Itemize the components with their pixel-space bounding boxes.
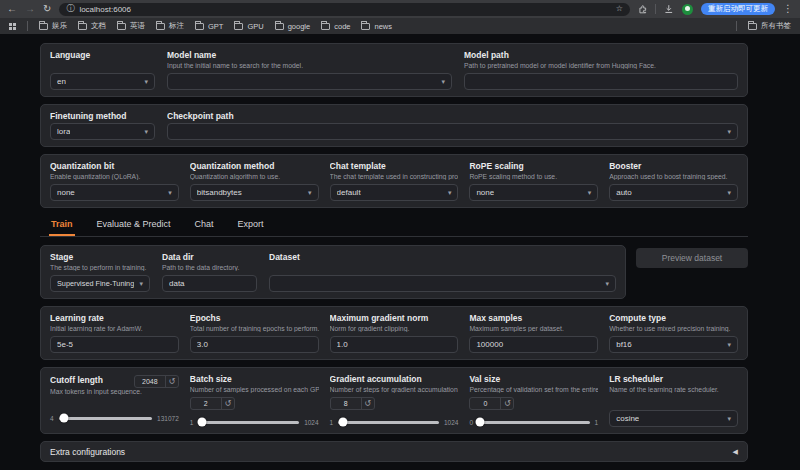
language-dropdown[interactable]: en ▾ xyxy=(50,73,155,90)
bookmark-folder[interactable]: google xyxy=(275,22,311,31)
batch-size-slider[interactable] xyxy=(198,421,299,424)
batch-size-label: Batch size xyxy=(190,374,319,384)
batch-size-info: Number of samples processed on each GPU. xyxy=(190,386,319,393)
reload-icon[interactable]: ↻ xyxy=(43,4,51,14)
data-dir-input[interactable] xyxy=(162,275,257,292)
reset-icon[interactable]: ↺ xyxy=(165,376,178,387)
slider-max-label: 1024 xyxy=(444,419,458,426)
max-grad-norm-input[interactable] xyxy=(330,336,459,353)
chat-template-label: Chat template xyxy=(330,161,459,171)
compute-type-dropdown[interactable]: bf16 ▾ xyxy=(609,336,738,353)
slider-max-label: 131072 xyxy=(157,415,179,422)
model-panel: Language en ▾ Model name Input the initi… xyxy=(40,43,748,97)
quantization-method-dropdown[interactable]: bitsandbytes ▾ xyxy=(190,184,319,201)
all-bookmarks[interactable]: 所有书签 xyxy=(748,21,791,31)
lr-scheduler-dropdown[interactable]: cosine ▾ xyxy=(609,410,738,427)
chevron-down-icon: ▾ xyxy=(144,128,148,136)
batch-size-value: 2 xyxy=(191,400,221,407)
slider-thumb[interactable] xyxy=(198,418,207,427)
tab-evaluate-predict[interactable]: Evaluate & Predict xyxy=(95,215,173,236)
hyperparams-panel: Learning rate Initial learning rate for … xyxy=(40,306,748,360)
chat-template-dropdown[interactable]: default ▾ xyxy=(330,184,459,201)
reset-icon[interactable]: ↺ xyxy=(500,398,513,409)
dataset-dropdown[interactable]: ▾ xyxy=(269,275,616,292)
lr-scheduler-field: LR scheduler Name of the learning rate s… xyxy=(609,374,738,427)
model-name-dropdown[interactable]: ▾ xyxy=(167,73,452,90)
quantization-method-label: Quantization method xyxy=(190,161,319,171)
restart-to-update-button[interactable]: 重新启动即可更新 xyxy=(701,3,775,15)
dataset-label: Dataset xyxy=(269,252,616,262)
bookmark-folder[interactable]: code xyxy=(321,22,350,31)
bookmark-label: 娱乐 xyxy=(52,21,67,31)
slider-min-label: 4 xyxy=(50,415,54,422)
learning-rate-input[interactable] xyxy=(50,336,179,353)
booster-dropdown[interactable]: auto ▾ xyxy=(609,184,738,201)
reset-icon[interactable]: ↺ xyxy=(221,398,234,409)
epochs-field: Epochs Total number of training epochs t… xyxy=(190,313,319,353)
model-path-input[interactable] xyxy=(464,73,738,90)
slider-thumb[interactable] xyxy=(339,418,348,427)
folder-icon xyxy=(748,23,757,30)
grad-accum-slider[interactable] xyxy=(338,421,439,424)
site-info-icon[interactable]: ⓘ xyxy=(66,5,74,13)
extensions-icon[interactable] xyxy=(638,4,648,14)
back-icon[interactable]: ← xyxy=(7,4,17,14)
bookmark-folder[interactable]: 文档 xyxy=(78,21,106,31)
folder-icon xyxy=(275,23,284,30)
tab-train[interactable]: Train xyxy=(49,215,75,236)
checkpoint-path-dropdown[interactable]: ▾ xyxy=(167,123,738,140)
bookmark-folder[interactable]: 娱乐 xyxy=(39,21,67,31)
reset-icon[interactable]: ↺ xyxy=(361,398,374,409)
max-samples-field: Max samples Maximum samples per dataset. xyxy=(469,313,598,353)
address-bar[interactable]: ⓘ localhost:6006 ☆ xyxy=(59,3,630,16)
finetuning-method-field: Finetuning method lora ▾ xyxy=(50,111,155,140)
stage-value: Supervised Fine-Tuning xyxy=(57,279,134,288)
preview-dataset-button[interactable]: Preview dataset xyxy=(636,248,748,268)
rope-scaling-dropdown[interactable]: none ▾ xyxy=(469,184,598,201)
tab-chat[interactable]: Chat xyxy=(193,215,216,236)
stage-dropdown[interactable]: Supervised Fine-Tuning ▾ xyxy=(50,275,150,292)
cutoff-length-slider[interactable] xyxy=(59,417,152,420)
slider-thumb[interactable] xyxy=(476,418,485,427)
collapse-arrow-icon: ◀ xyxy=(733,448,738,456)
finetuning-method-dropdown[interactable]: lora ▾ xyxy=(50,123,155,140)
bookmark-folder[interactable]: GPT xyxy=(195,22,223,31)
max-samples-input[interactable] xyxy=(469,336,598,353)
extra-configurations-accordion[interactable]: Extra configurations ◀ xyxy=(40,441,748,462)
folder-icon xyxy=(321,23,330,30)
all-bookmarks-label: 所有书签 xyxy=(761,21,791,31)
tab-export[interactable]: Export xyxy=(236,215,266,236)
chat-template-value: default xyxy=(337,188,361,197)
bookmark-folder[interactable]: 英语 xyxy=(117,21,145,31)
grad-accum-info: Number of steps for gradient accumulatio… xyxy=(330,386,459,393)
compute-type-value: bf16 xyxy=(616,340,632,349)
download-icon[interactable] xyxy=(664,4,674,14)
forward-icon[interactable]: → xyxy=(25,4,35,14)
slider-min-label: 1 xyxy=(190,419,194,426)
epochs-label: Epochs xyxy=(190,313,319,323)
model-path-field: Model path Path to pretrained model or m… xyxy=(464,50,738,90)
val-size-slider[interactable] xyxy=(478,421,590,424)
batch-size-number[interactable]: 2 ↺ xyxy=(190,397,235,410)
profile-avatar-icon[interactable] xyxy=(682,4,693,15)
grad-accum-number[interactable]: 8 ↺ xyxy=(330,397,375,410)
bookmark-folder[interactable]: GPU xyxy=(234,22,263,31)
learning-rate-label: Learning rate xyxy=(50,313,179,323)
quantization-bit-dropdown[interactable]: none ▾ xyxy=(50,184,179,201)
bookmark-folder[interactable]: 标注 xyxy=(156,21,184,31)
quantization-bit-info: Enable quantization (QLoRA). xyxy=(50,173,179,180)
data-dir-info: Path to the data directory. xyxy=(162,264,257,271)
epochs-input[interactable] xyxy=(190,336,319,353)
compute-type-label: Compute type xyxy=(609,313,738,323)
apps-grid-icon[interactable] xyxy=(9,23,16,30)
slider-thumb[interactable] xyxy=(60,414,69,423)
bookmark-star-icon[interactable]: ☆ xyxy=(616,5,623,13)
cutoff-length-number[interactable]: 2048 ↺ xyxy=(134,375,179,388)
folder-icon xyxy=(78,23,87,30)
bookmark-folder[interactable]: news xyxy=(361,22,392,31)
more-menu-icon[interactable]: ⋮ xyxy=(783,4,793,14)
val-size-value: 0 xyxy=(470,400,500,407)
val-size-number[interactable]: 0 ↺ xyxy=(469,397,514,410)
stage-info: The stage to perform in training. xyxy=(50,264,150,271)
quantization-panel: Quantization bit Enable quantization (QL… xyxy=(40,154,748,208)
